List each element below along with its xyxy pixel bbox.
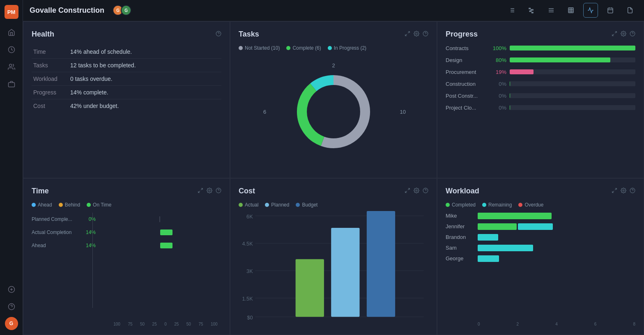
time-legend-ahead: Ahead	[32, 202, 52, 208]
overdue-label: Overdue	[524, 202, 543, 208]
collaborator-avatars: G G	[113, 5, 131, 16]
sidebar-help-icon[interactable]	[5, 300, 18, 314]
svg-rect-26	[608, 8, 613, 13]
dashboard-view-button[interactable]	[583, 3, 598, 18]
workload-legend-completed: Completed	[446, 202, 476, 208]
user-avatar[interactable]: G	[5, 317, 18, 330]
cost-settings-icon[interactable]	[414, 188, 419, 195]
svg-point-49	[416, 190, 417, 191]
sidebar-add-icon[interactable]	[5, 282, 18, 296]
progress-help-icon[interactable]	[630, 31, 635, 38]
health-time-row: Time 14% ahead of schedule.	[32, 45, 221, 59]
time-x-50: 50	[186, 322, 191, 326]
cost-legend-actual: Actual	[239, 202, 258, 208]
progress-design-pct: 80%	[490, 57, 506, 63]
tasks-settings-icon[interactable]	[414, 31, 419, 38]
gantt-view-button[interactable]	[524, 3, 539, 18]
time-x-25-neg: 25	[152, 322, 157, 326]
time-x-axis: 100 75 50 25 0 25 50 75 100	[32, 322, 221, 326]
legend-not-started: Not Started (10)	[239, 45, 280, 51]
ontime-dot	[87, 203, 91, 207]
progress-design-bar	[510, 57, 610, 62]
list-view-button[interactable]	[504, 3, 519, 18]
time-ahead-pct: 14%	[80, 243, 96, 248]
calendar-view-button[interactable]	[603, 3, 618, 18]
health-cost-label: Cost	[32, 99, 69, 112]
cost-expand-icon[interactable]	[405, 188, 410, 195]
workload-sam-bars	[478, 245, 635, 251]
health-tasks-row: Tasks 12 tasks to be completed.	[32, 58, 221, 72]
workload-settings-icon[interactable]	[621, 188, 626, 195]
workload-x-axis: 0 2 4 6 8	[446, 322, 635, 326]
svg-line-52	[615, 188, 616, 190]
workload-row-george: George	[446, 255, 635, 262]
workload-row-jennifer: Jennifer	[446, 223, 635, 230]
progress-design-bar-bg	[510, 57, 635, 62]
svg-line-33	[405, 34, 407, 36]
not-started-label: Not Started (10)	[245, 45, 280, 51]
health-workload-value: 0 tasks overdue.	[69, 72, 221, 85]
sidebar-timeline-icon[interactable]	[5, 43, 18, 57]
workload-title: Workload	[446, 187, 479, 195]
planned-dot	[265, 203, 269, 207]
workload-help-icon[interactable]	[630, 188, 635, 195]
progress-procurement-bar-bg	[510, 69, 635, 74]
sidebar-home-icon[interactable]	[5, 25, 18, 39]
ahead-dot	[32, 203, 36, 207]
svg-line-38	[612, 34, 614, 36]
progress-panel-icons	[612, 31, 635, 38]
svg-rect-14	[529, 8, 530, 9]
behind-dot	[59, 203, 63, 207]
cost-help-icon[interactable]	[423, 188, 428, 195]
progress-postconstruction-bar	[510, 93, 510, 98]
health-tasks-label: Tasks	[32, 58, 69, 72]
main-content: Govalle Construction G G	[23, 0, 644, 335]
remaining-label: Remaining	[488, 202, 512, 208]
progress-procurement-row: Procurement 19%	[446, 69, 635, 75]
time-help-icon[interactable]	[216, 188, 221, 195]
cost-bar-planned	[331, 228, 359, 317]
workload-mike-completed	[478, 213, 552, 219]
time-ahead-bar-area	[99, 242, 221, 249]
workload-x-6: 6	[594, 322, 597, 326]
cost-bar-budget	[367, 211, 395, 317]
donut-label-top: 2	[332, 62, 335, 69]
progress-expand-icon[interactable]	[612, 31, 617, 38]
sidebar-people-icon[interactable]	[5, 60, 18, 74]
board-view-button[interactable]	[544, 3, 559, 18]
health-time-label: Time	[32, 45, 69, 59]
app-logo[interactable]: PM	[5, 5, 18, 19]
time-settings-icon[interactable]	[207, 188, 212, 195]
time-panel-icons	[198, 188, 221, 195]
tasks-panel: Tasks Not Started (10)	[230, 21, 437, 178]
health-help-icon[interactable]	[216, 31, 221, 38]
in-progress-label: In Progress (2)	[334, 45, 366, 51]
tasks-expand-icon[interactable]	[405, 31, 410, 38]
behind-label: Behind	[65, 202, 80, 208]
tasks-help-icon[interactable]	[423, 31, 428, 38]
table-view-button[interactable]	[564, 3, 578, 18]
planned-label: Planned	[271, 202, 289, 208]
health-table: Time 14% ahead of schedule. Tasks 12 tas…	[32, 45, 221, 112]
donut-label-right: 10	[400, 109, 406, 115]
progress-projectclose-pct: 0%	[490, 105, 506, 111]
header: Govalle Construction G G	[23, 0, 644, 21]
time-ahead-bar	[160, 243, 172, 248]
progress-settings-icon[interactable]	[621, 31, 626, 38]
sidebar-portfolio-icon[interactable]	[5, 77, 18, 91]
health-panel-icons	[216, 31, 221, 38]
progress-panel: Progress Contracts 100%	[437, 21, 644, 178]
workload-brandon-bars	[478, 234, 635, 241]
avatar-2[interactable]: G	[121, 5, 131, 16]
time-legend-ontime: On Time	[87, 202, 111, 208]
complete-label: Complete (6)	[292, 45, 321, 51]
progress-procurement-bar	[510, 69, 534, 74]
workload-expand-icon[interactable]	[612, 188, 617, 195]
health-tasks-value: 12 tasks to be completed.	[69, 58, 221, 72]
legend-in-progress: In Progress (2)	[328, 45, 366, 51]
time-expand-icon[interactable]	[198, 188, 203, 195]
files-view-button[interactable]	[623, 3, 637, 18]
time-x-75: 75	[198, 322, 203, 326]
budget-label: Budget	[302, 202, 317, 208]
workload-row-brandon: Brandon	[446, 234, 635, 241]
